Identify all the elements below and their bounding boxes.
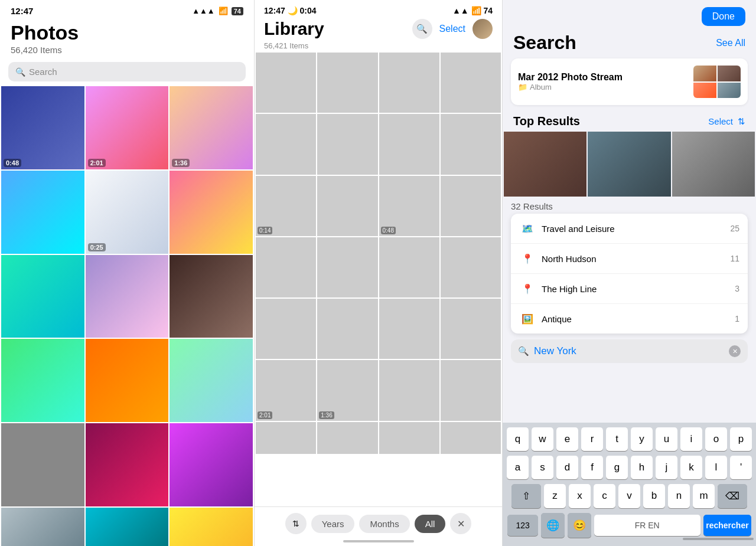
key-g[interactable]: g [606, 456, 628, 479]
key-s[interactable]: s [532, 456, 553, 479]
lib-thumb-17[interactable] [256, 299, 316, 359]
lib-thumb-28[interactable] [441, 422, 501, 455]
lib-thumb-19[interactable] [379, 299, 439, 359]
all-pill[interactable]: All [415, 515, 446, 533]
sort-btn[interactable]: ⇅ [285, 513, 307, 534]
key-search-action[interactable]: rechercher [703, 515, 751, 536]
suggestion-item-3[interactable]: 📍 The High Line 3 [511, 274, 748, 304]
lib-thumb-24[interactable] [441, 360, 501, 420]
library-avatar[interactable] [472, 19, 493, 39]
lib-thumb-11[interactable]: 0:48 [379, 176, 439, 236]
suggestion-item-2[interactable]: 📍 North Hudson 11 [511, 244, 748, 274]
lib-thumb-15[interactable] [379, 237, 439, 297]
thumb-15[interactable] [170, 423, 253, 506]
key-mic[interactable]: 😊 [568, 513, 591, 538]
key-r[interactable]: r [581, 427, 603, 451]
thumb-10[interactable] [1, 339, 84, 422]
key-j[interactable]: j [656, 456, 677, 479]
key-shift[interactable]: ⇧ [511, 484, 541, 508]
lib-thumb-23[interactable] [379, 360, 439, 420]
key-emoji[interactable]: 🌐 [541, 513, 565, 538]
lib-thumb-14[interactable] [317, 237, 377, 297]
search-clear-btn[interactable]: ✕ [729, 345, 741, 357]
lib-thumb-20[interactable] [441, 299, 501, 359]
result-thumb-2[interactable] [588, 132, 670, 197]
key-h[interactable]: h [631, 456, 653, 479]
key-f[interactable]: f [581, 456, 603, 479]
key-space[interactable]: FR EN [594, 515, 700, 536]
library-search-btn[interactable]: 🔍 [412, 19, 432, 39]
thumb-8[interactable] [86, 255, 169, 338]
thumb-18[interactable] [170, 508, 253, 546]
search-input[interactable] [534, 345, 724, 357]
thumb-5[interactable]: 0:25 [86, 171, 169, 254]
thumb-7[interactable] [1, 255, 84, 338]
key-i[interactable]: i [680, 427, 702, 451]
suggestion-item-1[interactable]: 🗺️ Travel and Leisure 25 [511, 214, 748, 244]
photos-search-bar[interactable]: 🔍 Search [8, 62, 246, 81]
album-card[interactable]: Mar 2012 Photo Stream 📁 Album [511, 58, 748, 105]
lib-thumb-22[interactable]: 1:36 [317, 360, 377, 420]
thumb-12[interactable] [170, 339, 253, 422]
search-input-bar[interactable]: 🔍 ✕ [511, 339, 748, 363]
lib-thumb-4[interactable] [441, 53, 501, 113]
key-z[interactable]: z [544, 484, 566, 508]
key-t[interactable]: t [606, 427, 628, 451]
lib-thumb-13[interactable] [256, 237, 316, 297]
lib-thumb-18[interactable] [317, 299, 377, 359]
key-m[interactable]: m [693, 484, 715, 508]
thumb-3[interactable]: 1:36 [170, 86, 253, 169]
lib-thumb-16[interactable] [441, 237, 501, 297]
filter-close-btn[interactable]: ✕ [450, 513, 471, 534]
lib-thumb-5[interactable] [256, 114, 316, 174]
thumb-17[interactable] [86, 508, 169, 546]
lib-thumb-2[interactable] [317, 53, 377, 113]
months-pill[interactable]: Months [359, 515, 409, 533]
lib-thumb-10[interactable] [317, 176, 377, 236]
years-pill[interactable]: Years [311, 515, 355, 533]
thumb-4[interactable] [1, 171, 84, 254]
lib-thumb-27[interactable] [379, 422, 439, 455]
lib-thumb-21[interactable]: 2:01 [256, 360, 316, 420]
library-select-btn[interactable]: Select [439, 24, 465, 34]
key-q[interactable]: q [507, 427, 529, 451]
lib-thumb-8[interactable] [441, 114, 501, 174]
top-results-select[interactable]: Select [708, 116, 733, 126]
thumb-9[interactable] [170, 255, 253, 338]
key-apostrophe[interactable]: ' [730, 456, 752, 479]
done-button[interactable]: Done [702, 7, 745, 26]
thumb-13[interactable] [1, 423, 84, 506]
lib-thumb-12[interactable] [441, 176, 501, 236]
key-o[interactable]: o [705, 427, 727, 451]
key-k[interactable]: k [680, 456, 702, 479]
thumb-1[interactable]: 0:48 [1, 86, 84, 169]
key-l[interactable]: l [705, 456, 727, 479]
lib-thumb-25[interactable] [256, 422, 316, 455]
key-n[interactable]: n [668, 484, 690, 508]
thumb-11[interactable] [86, 339, 169, 422]
key-numbers[interactable]: 123 [507, 515, 538, 536]
lib-thumb-6[interactable] [317, 114, 377, 174]
thumb-2[interactable]: 2:01 [86, 86, 169, 169]
lib-thumb-7[interactable] [379, 114, 439, 174]
thumb-16[interactable] [1, 508, 84, 546]
lib-thumb-1[interactable] [256, 53, 316, 113]
result-thumb-3[interactable] [672, 132, 755, 197]
key-a[interactable]: a [507, 456, 529, 479]
key-b[interactable]: b [643, 484, 665, 508]
key-y[interactable]: y [631, 427, 653, 451]
lib-thumb-26[interactable]: 0:25 [317, 422, 377, 455]
key-v[interactable]: v [618, 484, 640, 508]
thumb-6[interactable] [170, 171, 253, 254]
top-results-sort-icon[interactable]: ⇅ [738, 116, 745, 127]
result-thumb-1[interactable] [504, 132, 586, 197]
suggestion-item-4[interactable]: 🖼️ Antique 1 [511, 304, 748, 334]
key-p[interactable]: p [730, 427, 752, 451]
key-u[interactable]: u [656, 427, 677, 451]
key-c[interactable]: c [594, 484, 615, 508]
lib-thumb-3[interactable] [379, 53, 439, 113]
thumb-14[interactable] [86, 423, 169, 506]
key-e[interactable]: e [556, 427, 578, 451]
key-w[interactable]: w [532, 427, 553, 451]
see-all-link[interactable]: See All [716, 38, 745, 48]
